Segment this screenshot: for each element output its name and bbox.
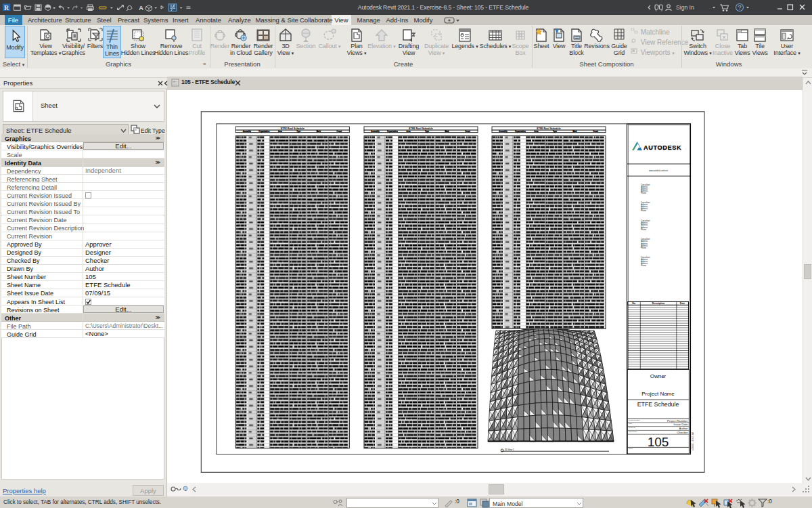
svg-text:No.: No. [632,302,636,305]
svg-text:Mark: Mark [572,130,577,133]
svg-text:Sign In: Sign In [676,4,694,11]
svg-text:Phone: Phone [641,247,647,249]
svg-text:Drawn By: Drawn By [629,427,636,429]
svg-text:AUTODESK: AUTODESK [644,144,681,151]
svg-text:ETFE Roof Schedule: ETFE Roof Schedule [281,127,304,130]
svg-text:Type: Type [553,130,557,133]
svg-text:.: . [685,147,686,150]
svg-text:Phone: Phone [641,209,647,212]
svg-text:Organization: Organization [258,130,269,133]
svg-text:ETFE Schedule: ETFE Schedule [637,401,679,408]
svg-text:Project Name: Project Name [641,391,675,397]
svg-text:Project Number: Project Number [667,419,688,423]
svg-text:Date: Date [629,423,633,425]
svg-text:3D View 1: 3D View 1 [505,448,514,451]
svg-text:Count: Count [465,130,470,133]
svg-text:Assembly: Assembly [371,130,380,133]
svg-text:R: R [4,4,9,12]
svg-text:www.autodesk.com/revit: www.autodesk.com/revit [649,169,668,172]
svg-text:105: 105 [648,435,669,449]
svg-text:ETFE Roof Schedule: ETFE Roof Schedule [409,127,432,130]
svg-text:Owner: Owner [650,373,667,379]
svg-text:Date: Date [680,302,685,305]
svg-text:Mark: Mark [445,130,449,133]
svg-text:Organization: Organization [387,130,398,133]
svg-text:Description: Description [652,302,665,305]
svg-text:Area: Area [407,130,411,133]
svg-text:Type: Type [425,130,429,133]
svg-text:Scale: Scale [629,448,633,450]
svg-text:Area: Area [278,130,282,133]
svg-text:Organization: Organization [515,130,526,133]
svg-text:Mark: Mark [317,130,321,133]
svg-text:Count: Count [337,130,342,133]
svg-text:Checked By: Checked By [629,431,638,433]
svg-text:Assembly: Assembly [243,130,252,133]
svg-text:Project Number: Project Number [629,419,640,421]
svg-text:Area: Area [535,130,539,133]
svg-text:Phone: Phone [641,192,647,194]
svg-text:Phone: Phone [641,228,647,231]
svg-text:ETFE Roof Schedule: ETFE Roof Schedule [537,127,560,130]
svg-text:Count: Count [593,130,598,133]
svg-text:Issue Date: Issue Date [674,423,689,426]
svg-text:Phone: Phone [641,264,647,267]
svg-text:4/28/2021 10:48:21 AM: 4/28/2021 10:48:21 AM [692,432,694,450]
svg-text:Checker: Checker [677,431,688,434]
svg-text:Type: Type [296,130,300,133]
svg-text:Assembly: Assembly [499,130,508,133]
svg-text:?: ? [738,4,742,11]
svg-text:Author: Author [679,427,688,430]
